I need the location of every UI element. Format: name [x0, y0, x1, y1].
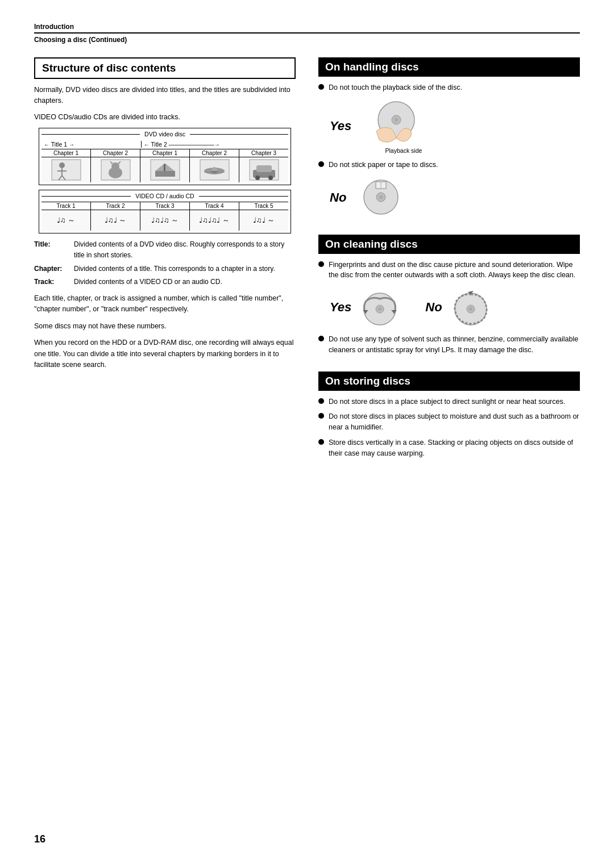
definitions: Title: Divided contents of a DVD video d…: [34, 239, 296, 287]
cleaning-yes-label: Yes: [330, 300, 351, 315]
def-chapter-term: Chapter:: [34, 264, 74, 274]
cleaning-bullet-1: Fingerprints and dust on the disc cause …: [318, 260, 580, 281]
dvd-images-row: [42, 157, 288, 182]
no-disc-svg: [360, 177, 403, 217]
def-chapter: Chapter: Divided contents of a title. Th…: [34, 264, 296, 274]
dvd-img-5: [239, 157, 288, 182]
dvd-label: DVD video disc: [140, 131, 190, 137]
header-section: Introduction Choosing a disc (Continued): [34, 23, 580, 44]
music-row: ♩♫ ～ ♩♫♩ ～ ♩♫♩♫ ～ ♩♫♩♫♩ ～ ♩♫♩ ～: [42, 210, 288, 231]
tracks-header-row: Track 1 Track 2 Track 3 Track 4 Track 5: [42, 202, 288, 210]
vcd-diagram: VIDEO CD / audio CD Track 1 Track 2 Trac…: [39, 190, 291, 233]
bullet-dot-6: [318, 413, 324, 419]
music-cell-5: ♩♫♩ ～: [239, 210, 288, 231]
music-cell-3: ♩♫♩♫ ～: [140, 210, 190, 231]
right-column: On handling discs Do not touch the playb…: [318, 57, 580, 474]
chapter-cell-5: Chapter 3: [239, 149, 288, 157]
storing-bullet-2: Do not store discs in places subject to …: [318, 411, 580, 433]
storing-bullet-3: Store discs vertically in a case. Stacki…: [318, 437, 580, 459]
bullet-dot-4: [318, 336, 324, 341]
def-title: Title: Divided contents of a DVD video d…: [34, 239, 296, 261]
header-intro: Introduction: [34, 23, 74, 31]
svg-point-24: [268, 176, 273, 180]
page: Introduction Choosing a disc (Continued)…: [0, 0, 614, 868]
cleaning-section: On cleaning discs Fingerprints and dust …: [318, 235, 580, 356]
header-top-bar: Introduction: [34, 23, 580, 34]
dvd-diagram: DVD video disc ← Title 1 → ← Title 2 ———…: [39, 128, 291, 185]
storing-bullet-1-text: Do not store discs in a place subject to…: [329, 397, 565, 407]
track-3: Track 3: [140, 202, 190, 210]
cleaning-bullet-2: Do not use any type of solvent such as t…: [318, 334, 580, 356]
bullet-dot-5: [318, 398, 324, 404]
def-track-term: Track:: [34, 277, 74, 287]
storing-section: On storing discs Do not store discs in a…: [318, 372, 580, 459]
two-col-layout: Structure of disc contents Normally, DVD…: [34, 57, 580, 474]
def-title-term: Title:: [34, 239, 74, 261]
cleaning-no-svg: [448, 287, 493, 327]
handling-bullet-1-text: Do not touch the playback side of the di…: [329, 82, 462, 93]
storing-bullet-1: Do not store discs in a place subject to…: [318, 397, 580, 407]
cleaning-yes-block: Yes: [330, 287, 403, 327]
track-2: Track 2: [91, 202, 140, 210]
vcd-label: VIDEO CD / audio CD: [131, 193, 198, 199]
body-text-1: Each title, chapter, or track is assigne…: [34, 293, 296, 315]
handling-section: On handling discs Do not touch the playb…: [318, 57, 580, 219]
no-disc-illustration: No: [330, 177, 580, 219]
disc-hand-yes: Playback side: [365, 100, 422, 153]
chapters-row: Chapter 1 Chapter 2 Chapter 1 Chapter 2 …: [42, 149, 288, 157]
chapter-cell-4: Chapter 2: [190, 149, 239, 157]
handling-bullet-2: Do not stick paper or tape to discs.: [318, 160, 580, 170]
chapter-cell-1: Chapter 1: [42, 149, 91, 157]
yes-disc-illustration: Yes Playback side: [330, 100, 580, 153]
storing-bullet-3-text: Store discs vertically in a case. Stacki…: [329, 437, 580, 459]
svg-rect-12: [155, 171, 175, 177]
dvd-title-2: ← Title 2 ————————→: [142, 141, 286, 148]
bullet-dot-1: [318, 84, 324, 90]
dvd-title-1: ← Title 1 →: [44, 141, 142, 148]
svg-rect-0: [52, 160, 81, 180]
handling-bullet-2-text: Do not stick paper or tape to discs.: [329, 160, 438, 170]
handling-title: On handling discs: [318, 57, 580, 77]
cleaning-bullet-1-text: Fingerprints and dust on the disc cause …: [329, 260, 580, 281]
playback-side-label: Playback side: [385, 147, 422, 154]
bullet-dot-7: [318, 439, 324, 445]
cleaning-bullet-2-text: Do not use any type of solvent such as t…: [329, 334, 580, 356]
chapter-cell-3: Chapter 1: [140, 149, 190, 157]
svg-point-8: [111, 162, 119, 170]
dvd-img-1: [42, 157, 91, 182]
header-sub: Choosing a disc (Continued): [34, 36, 580, 44]
body-text-2: Some discs may not have these numbers.: [34, 321, 296, 332]
chapter-cell-2: Chapter 2: [91, 149, 140, 157]
def-track: Track: Divided contents of a VIDEO CD or…: [34, 277, 296, 287]
dvd-img-3: [140, 157, 190, 182]
hand-disc-yes-svg: [365, 100, 422, 151]
structure-title: Structure of disc contents: [34, 57, 296, 79]
svg-point-1: [59, 162, 65, 168]
bullet-dot-2: [318, 161, 324, 167]
cleaning-no-block: No: [425, 287, 493, 327]
intro-text-2: VIDEO CDs/audio CDs are divided into tra…: [34, 112, 296, 123]
svg-rect-14: [164, 164, 165, 171]
page-number: 16: [34, 833, 45, 845]
bullet-dot-3: [318, 261, 324, 267]
music-cell-4: ♩♫♩♫♩ ～: [190, 210, 239, 231]
def-track-desc: Divided contents of a VIDEO CD or an aud…: [74, 277, 296, 287]
storing-bullet-2-text: Do not store discs in places subject to …: [329, 411, 580, 433]
yes-label: Yes: [330, 119, 351, 133]
svg-rect-22: [256, 165, 272, 172]
left-column: Structure of disc contents Normally, DVD…: [34, 57, 296, 474]
dvd-img-2: [91, 157, 140, 182]
dvd-titles-row: ← Title 1 → ← Title 2 ————————→: [42, 140, 288, 149]
music-cell-2: ♩♫♩ ～: [91, 210, 140, 231]
cleaning-yes-svg: [357, 287, 403, 327]
cleaning-no-label: No: [425, 300, 442, 315]
svg-point-30: [379, 195, 383, 199]
track-1: Track 1: [42, 202, 91, 210]
svg-point-27: [395, 118, 398, 122]
svg-point-23: [255, 176, 260, 180]
no-label: No: [330, 190, 346, 205]
dvd-img-4: [190, 157, 239, 182]
track-4: Track 4: [190, 202, 239, 210]
cleaning-title: On cleaning discs: [318, 235, 580, 254]
music-cell-1: ♩♫ ～: [42, 210, 91, 231]
